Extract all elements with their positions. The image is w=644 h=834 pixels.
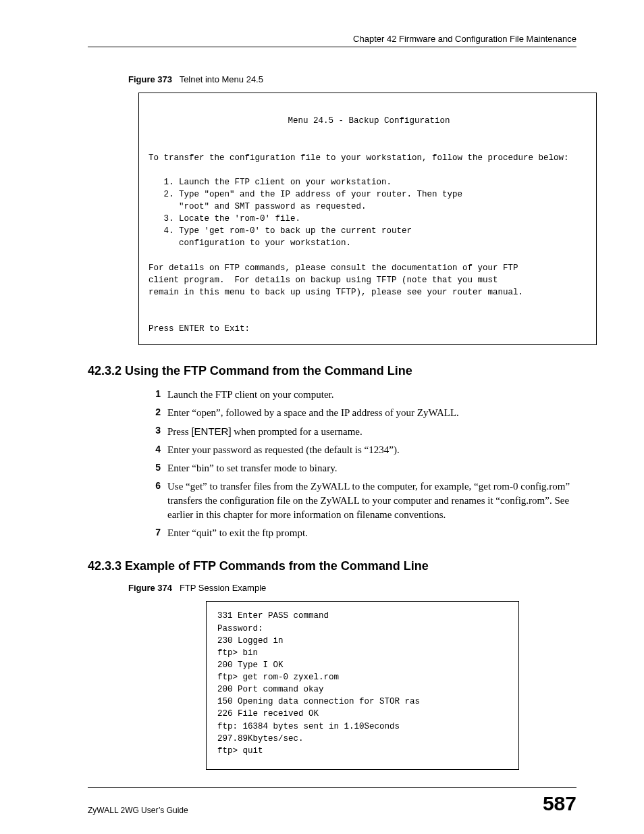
steps-list-4232: Launch the FTP client on your computer. …	[147, 388, 576, 540]
step-1: Launch the FTP client on your computer.	[147, 388, 576, 402]
ftp-line-5: 200 Type I OK	[217, 660, 284, 670]
figure-intro: To transfer the configuration file to yo…	[149, 153, 569, 163]
figure-label: Figure 374	[128, 583, 172, 593]
indent	[149, 190, 164, 199]
footer-guide: ZyWALL 2WG User’s Guide	[88, 806, 188, 815]
fig-step-2b: "root" and SMT password as requested.	[164, 202, 367, 211]
step-5: Enter “bin” to set transfer mode to bina…	[147, 461, 576, 475]
step-3-a: Press	[167, 426, 191, 437]
ftp-line-3: 230 Logged in	[217, 636, 284, 646]
fig-step-1: 1. Launch the FTP client on your worksta…	[164, 178, 392, 187]
page-number: 587	[543, 792, 576, 815]
ftp-line-7: 200 Port command okay	[217, 685, 324, 694]
ftp-line-11: 297.89Kbytes/sec.	[217, 734, 304, 744]
fig-details-2: client program. For details on backup us…	[149, 276, 498, 285]
figure-374-caption: Figure 374 FTP Session Example	[128, 583, 576, 593]
indent	[149, 214, 164, 224]
ftp-line-9: 226 File received OK	[217, 709, 319, 719]
ftp-line-4: ftp> bin	[217, 648, 258, 658]
fig-step-2a: 2. Type "open" and the IP address of you…	[164, 190, 463, 199]
figure-caption-text: Telnet into Menu 24.5	[180, 74, 263, 84]
ftp-line-10: ftp: 16384 bytes sent in 1.10Seconds	[217, 722, 400, 731]
ftp-line-2: Password:	[217, 624, 263, 633]
section-42-3-3-heading: 42.3.3 Example of FTP Commands from the …	[88, 559, 576, 573]
step-3: Press [ENTER] when prompted for a userna…	[147, 424, 576, 439]
page-footer: ZyWALL 2WG User’s Guide 587	[88, 787, 576, 815]
figure-caption-text: FTP Session Example	[180, 583, 266, 593]
figure-label: Figure 373	[128, 74, 172, 84]
indent	[149, 202, 164, 211]
fig-step-4b: configuration to your workstation.	[164, 238, 352, 248]
fig-step-4a: 4. Type 'get rom-0' to back up the curre…	[164, 226, 412, 236]
fig-step-3: 3. Locate the 'rom-0' file.	[164, 214, 301, 224]
fig-press-enter: Press ENTER to Exit:	[149, 324, 250, 334]
figure-373-caption: Figure 373 Telnet into Menu 24.5	[128, 74, 576, 84]
fig-details-1: For details on FTP commands, please cons…	[149, 263, 518, 273]
step-7: Enter “quit” to exit the ftp prompt.	[147, 526, 576, 540]
fig-details-3: remain in this menu to back up using TFT…	[149, 288, 523, 297]
step-4: Enter your password as requested (the de…	[147, 443, 576, 457]
enter-key: [ENTER]	[191, 425, 231, 437]
step-6: Use “get” to transfer files from the ZyW…	[147, 479, 576, 522]
ftp-line-8: 150 Opening data connection for STOR ras	[217, 697, 420, 706]
figure-373-box: Menu 24.5 - Backup Configuration To tran…	[138, 93, 597, 345]
ftp-line-12: ftp> quit	[217, 746, 263, 756]
ftp-line-6: ftp> get rom-0 zyxel.rom	[217, 673, 339, 682]
section-42-3-2-heading: 42.3.2 Using the FTP Command from the Co…	[88, 364, 576, 378]
running-header: Chapter 42 Firmware and Configuration Fi…	[88, 34, 576, 47]
step-3-c: when prompted for a username.	[232, 426, 363, 437]
step-2: Enter “open”, followed by a space and th…	[147, 406, 576, 420]
indent	[149, 226, 164, 236]
chapter-label: Chapter 42 Firmware and Configuration Fi…	[353, 34, 576, 44]
page: Chapter 42 Firmware and Configuration Fi…	[0, 0, 644, 834]
menu-title: Menu 24.5 - Backup Configuration	[149, 115, 589, 127]
ftp-line-1: 331 Enter PASS command	[217, 611, 329, 621]
figure-374-box: 331 Enter PASS command Password: 230 Log…	[206, 601, 519, 770]
indent	[149, 178, 164, 187]
indent	[149, 238, 164, 248]
